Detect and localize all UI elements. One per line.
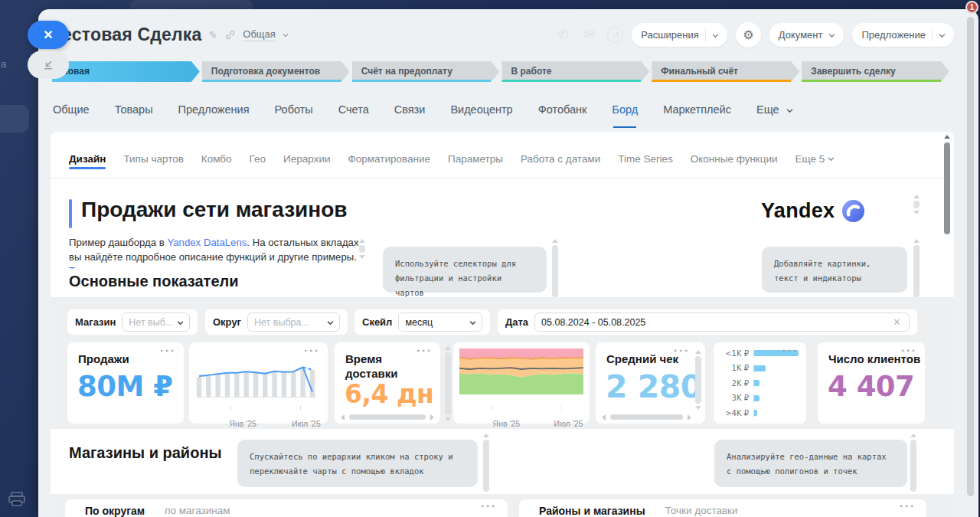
widget-scrollbar[interactable]	[357, 239, 368, 270]
dltab-geo[interactable]: Гео	[250, 153, 266, 177]
bar-value[interactable]	[754, 395, 760, 401]
tab-proposals[interactable]: Предложения	[178, 98, 250, 121]
dltab-chart-types[interactable]: Типы чартов	[123, 153, 183, 177]
bar-value[interactable]	[754, 365, 766, 371]
dltab-more[interactable]: Еще 5	[795, 153, 835, 177]
dltab-combo[interactable]: Комбо	[201, 153, 232, 177]
card-menu-button[interactable]: ···	[416, 344, 433, 357]
stage-final-invoice[interactable]: Финальный счёт	[652, 61, 799, 82]
bar-track	[753, 378, 800, 388]
dltab-hierarchies[interactable]: Иерархии	[283, 153, 330, 177]
dashboard-scrollbar[interactable]	[942, 135, 952, 514]
scroll-thumb[interactable]	[610, 414, 683, 420]
scroll-thumb[interactable]	[944, 142, 950, 234]
tab-more-label: Еще	[756, 103, 779, 116]
shop-select[interactable]: Нет выб...	[122, 312, 190, 332]
scroll-thumb[interactable]	[913, 201, 920, 208]
title-accent-bar	[69, 199, 72, 228]
tab-by-districts[interactable]: По округам	[85, 505, 145, 517]
collapse-slider-button[interactable]	[28, 51, 69, 79]
scale-select[interactable]: месяц	[398, 312, 482, 332]
phone-icon[interactable]: ✆	[554, 26, 572, 44]
print-icon[interactable]	[8, 492, 25, 507]
tab-board[interactable]: Борд	[612, 98, 638, 121]
tab-products[interactable]: Товары	[115, 98, 153, 121]
datalens-link[interactable]: Yandex DataLens	[167, 237, 247, 248]
tab-invoices[interactable]: Счета	[338, 98, 369, 121]
dltab-time-series[interactable]: Time Series	[618, 153, 673, 177]
card-menu-button[interactable]: ···	[160, 344, 176, 357]
tab-videocenter[interactable]: Видеоцентр	[450, 98, 512, 121]
kpi-label: Время доставки	[345, 352, 407, 381]
bar-row: 2K ₽	[721, 378, 800, 388]
stage-in-progress[interactable]: В работе	[501, 61, 649, 82]
tab-districts-shops[interactable]: Районы и магазины	[539, 505, 645, 517]
stage-close-deal[interactable]: Завершить сделку	[802, 61, 949, 82]
scroll-thumb[interactable]	[445, 352, 451, 415]
scroll-thumb[interactable]	[913, 245, 920, 297]
scroll-thumb[interactable]	[349, 414, 426, 420]
scroll-up-icon	[552, 239, 558, 243]
bar-value[interactable]	[754, 410, 757, 416]
dltab-formatting[interactable]: Форматирование	[348, 153, 430, 177]
widget-scrollbar[interactable]	[908, 434, 919, 498]
tab-more[interactable]: Еще	[756, 98, 792, 121]
tab-by-shops[interactable]: по магазинам	[165, 505, 230, 517]
widget-scrollbar[interactable]	[550, 239, 560, 303]
scroll-thumb[interactable]	[359, 245, 365, 253]
dialog-icon[interactable]: ↺	[607, 27, 623, 43]
sidebar-item-highlight[interactable]	[0, 105, 29, 133]
widget-scrollbar[interactable]	[694, 350, 703, 410]
chevron-down-icon	[939, 32, 945, 38]
scroll-thumb[interactable]	[552, 245, 558, 297]
dltab-window-functions[interactable]: Оконные функции	[691, 153, 778, 177]
tab-photobank[interactable]: Фотобанк	[538, 98, 587, 121]
hint-selectors: Используйте селекторы для фильтрации и н…	[383, 247, 547, 293]
clear-date-icon[interactable]: ✕	[891, 316, 903, 328]
scroll-thumb[interactable]	[695, 356, 701, 404]
dark-theme-link[interactable]: Темная тема	[69, 265, 129, 269]
tab-marketplace[interactable]: Маркетплейс	[663, 98, 731, 121]
date-range-input[interactable]: 05.08.2024 - 05.08.2025 ✕	[534, 312, 910, 332]
document-button[interactable]: Документ	[769, 23, 844, 47]
tab-robots[interactable]: Роботы	[275, 98, 313, 121]
proposal-label: Предложение	[861, 29, 926, 41]
pipeline-selector[interactable]: Общая	[243, 28, 276, 41]
stage-prepay-invoice[interactable]: Счёт на предоплату	[352, 61, 500, 82]
scroll-thumb[interactable]	[910, 440, 916, 492]
widget-scrollbar[interactable]	[911, 239, 922, 303]
proposal-button[interactable]: Предложение	[852, 23, 954, 47]
scroll-thumb[interactable]	[483, 440, 489, 492]
card-menu-button[interactable]: ···	[782, 344, 799, 357]
horizontal-scrollbar[interactable]	[341, 414, 434, 420]
geo-map-card: Районы и магазины Точки доставки ···	[519, 499, 926, 517]
card-menu-button[interactable]: ···	[481, 499, 497, 512]
widget-scrollbar[interactable]	[481, 434, 492, 498]
page-scrollbar-thumb[interactable]	[967, 17, 974, 496]
mail-icon[interactable]: ✉	[580, 26, 599, 44]
district-select[interactable]: Нет выбра...	[247, 312, 340, 332]
extensions-button[interactable]: Расширения	[632, 23, 727, 47]
stage-docs[interactable]: Подготовка документов	[202, 61, 350, 82]
tab-general[interactable]: Общие	[53, 98, 90, 121]
axis-tick	[300, 406, 301, 410]
dltab-parameters[interactable]: Параметры	[448, 153, 503, 177]
card-menu-button[interactable]: ···	[901, 344, 917, 357]
widget-scrollbar[interactable]	[443, 346, 453, 421]
dltab-dates[interactable]: Работа с датами	[521, 153, 600, 177]
card-menu-button[interactable]: ···	[674, 344, 690, 357]
settings-button[interactable]: ⚙	[736, 22, 761, 47]
tab-links[interactable]: Связи	[394, 98, 426, 121]
tab-delivery-points[interactable]: Точки доставки	[665, 505, 738, 517]
copy-link-icon[interactable]	[224, 29, 236, 41]
kpi-card-clients: Число клиентов ··· 4 407	[818, 342, 925, 424]
notification-badge[interactable]: 1	[965, 1, 978, 14]
bar-value[interactable]	[754, 380, 760, 386]
card-menu-button[interactable]: ···	[900, 499, 916, 512]
dltab-design[interactable]: Дизайн	[69, 153, 106, 177]
widget-scrollbar[interactable]	[911, 195, 922, 231]
edit-title-icon[interactable]: ✎	[209, 29, 218, 41]
stage-new[interactable]: Новая	[52, 61, 200, 82]
close-deal-button[interactable]: ✕	[28, 21, 69, 49]
horizontal-scrollbar[interactable]	[602, 414, 691, 420]
